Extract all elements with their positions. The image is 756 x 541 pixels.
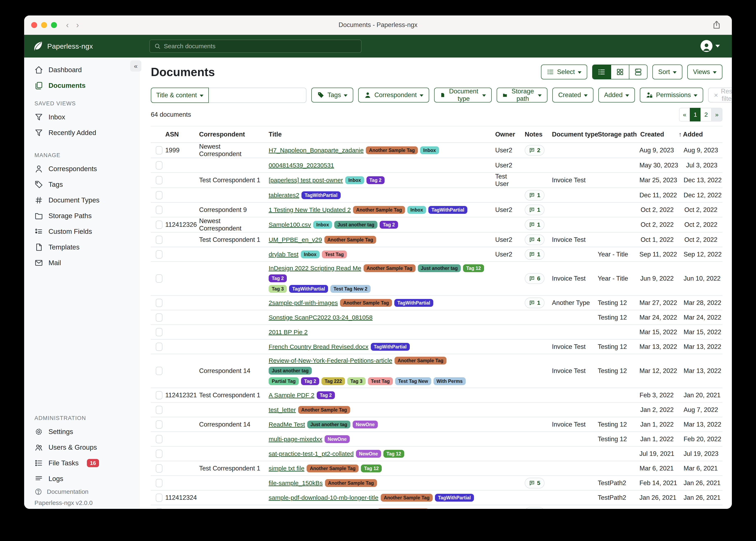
tag-pill[interactable]: Inbox [407, 206, 426, 214]
filter-correspondent-button[interactable]: Correspondent [358, 88, 429, 103]
view-mode-list-button[interactable] [593, 65, 611, 79]
row-checkbox[interactable] [156, 161, 162, 170]
row-checkbox[interactable] [156, 508, 162, 509]
filter-document-type-button[interactable]: Document type [434, 88, 492, 103]
sidebar-item-recently-added[interactable]: Recently Added [24, 125, 140, 141]
document-title-link[interactable]: 0004814539_20230531 [269, 162, 334, 169]
sidebar-item-mail[interactable]: Mail [24, 255, 140, 271]
tag-pill[interactable]: Test Tag [368, 377, 393, 385]
sidebar-item-logs[interactable]: Logs [24, 471, 140, 487]
column-header-document-type[interactable]: Document type [545, 126, 594, 143]
tag-pill[interactable]: Tag 3 [347, 377, 365, 385]
collapse-sidebar-button[interactable]: « [130, 60, 141, 72]
view-mode-cards-button[interactable] [629, 65, 647, 79]
tag-pill[interactable]: Another Sample Tag [381, 494, 433, 502]
notes-badge[interactable]: 6 [525, 273, 545, 284]
tag-pill[interactable]: NewOne [353, 421, 378, 428]
sidebar-item-users-groups[interactable]: Users & Groups [24, 440, 140, 455]
tag-pill[interactable]: Another Sample Tag [353, 206, 405, 214]
tag-pill[interactable]: Tag 12 [361, 464, 382, 472]
tag-pill[interactable]: TagWithPartial [435, 494, 474, 502]
document-title-link[interactable]: Review-of-New-York-Federal-Petitions-art… [269, 357, 392, 364]
tag-pill[interactable]: Test Tag New 2 [330, 285, 370, 293]
tag-pill[interactable]: Just another tag [334, 221, 377, 229]
column-header-storage-path[interactable]: Storage path [594, 126, 634, 143]
row-checkbox[interactable] [156, 435, 162, 443]
reset-filters-button[interactable]: ×Reset filters [708, 88, 732, 103]
filter-text-input[interactable] [209, 88, 306, 103]
tag-pill[interactable]: Another Sample Tag [377, 508, 429, 509]
sidebar-item-custom-fields[interactable]: Custom Fields [24, 224, 140, 240]
row-checkbox[interactable] [156, 250, 162, 259]
row-checkbox[interactable] [156, 146, 162, 155]
column-header-title[interactable]: Title [263, 126, 486, 143]
notes-badge[interactable]: 1 [525, 249, 545, 260]
tag-pill[interactable]: Another Sample Tag [298, 406, 350, 414]
pagination-item-»[interactable]: » [711, 108, 722, 122]
notes-badge[interactable]: 1 [525, 297, 545, 308]
sidebar-item-tags[interactable]: Tags [24, 177, 140, 192]
tag-pill[interactable]: Tag 2 [366, 176, 385, 184]
search-input[interactable] [164, 43, 357, 50]
tag-pill[interactable]: With Perms [434, 377, 466, 385]
row-checkbox[interactable] [156, 406, 162, 414]
tag-pill[interactable]: Tag 3 [269, 285, 287, 293]
row-checkbox[interactable] [156, 191, 162, 199]
filter-tags-button[interactable]: Tags [311, 88, 353, 103]
tag-pill[interactable]: TagWithPartial [371, 343, 410, 351]
share-icon[interactable] [712, 20, 722, 30]
tag-pill[interactable]: Tag 222 [321, 377, 345, 385]
sidebar-item-correspondents[interactable]: Correspondents [24, 161, 140, 177]
notes-badge[interactable]: 5 [525, 478, 545, 488]
sidebar-item-file-tasks[interactable]: File Tasks16 [24, 455, 140, 471]
document-title-link[interactable]: InDesign 2022 Scripting Read Me [269, 265, 361, 272]
document-title-link[interactable]: sample-pdf-download-10-mb-longer-title [269, 494, 378, 501]
tag-pill[interactable]: Another Sample Tag [307, 464, 359, 472]
row-checkbox[interactable] [156, 494, 162, 502]
column-header-added[interactable]: ↑Added [679, 126, 722, 143]
tag-pill[interactable]: Another Sample Tag [366, 146, 418, 154]
user-menu[interactable] [700, 40, 720, 52]
tag-pill[interactable]: Just another tag [307, 421, 350, 428]
views-button[interactable]: Views [687, 65, 722, 79]
notes-badge[interactable]: 1 [525, 507, 545, 509]
tag-pill[interactable]: Just another tag [269, 367, 312, 375]
pagination-item-1[interactable]: 1 [690, 108, 701, 122]
tag-pill[interactable]: Inbox [345, 176, 364, 184]
document-title-link[interactable]: sat-practice-test-1_pt2-collated [269, 450, 354, 457]
select-button[interactable]: Select [541, 65, 587, 79]
filter-added-button[interactable]: Added [598, 88, 635, 103]
document-title-link[interactable]: A Sample PDF 2 [269, 392, 314, 399]
tag-pill[interactable]: TagWithPartial [301, 191, 340, 199]
documentation-link[interactable]: Documentation [34, 488, 89, 496]
sidebar-item-documents[interactable]: Documents [24, 78, 140, 93]
notes-badge[interactable]: 1 [525, 220, 545, 230]
row-checkbox[interactable] [156, 420, 162, 429]
tag-pill[interactable]: TagWithPartial [289, 285, 328, 293]
pagination-item-2[interactable]: 2 [700, 108, 712, 122]
tag-pill[interactable]: Inbox [313, 221, 332, 229]
tag-pill[interactable]: TagWithPartial [428, 206, 467, 214]
notes-badge[interactable]: 2 [525, 145, 545, 156]
document-title-link[interactable]: ReadMe Test [269, 421, 305, 428]
filter-permissions-button[interactable]: Permissions [640, 88, 703, 103]
tag-pill[interactable]: Another Sample Tag [325, 479, 377, 487]
document-title-link[interactable]: file-sample_150kBs [269, 480, 323, 487]
row-checkbox[interactable] [156, 343, 162, 351]
tag-pill[interactable]: Tag 2 [301, 377, 319, 385]
tag-pill[interactable]: Another Sample Tag [324, 236, 376, 244]
tag-pill[interactable]: Tag 12 [383, 450, 404, 458]
row-checkbox[interactable] [156, 221, 162, 229]
document-title-link[interactable]: [paperless] test post-owner [269, 177, 343, 184]
sidebar-item-settings[interactable]: Settings [24, 424, 140, 440]
brand[interactable]: Paperless-ngx [32, 41, 93, 52]
row-checkbox[interactable] [156, 206, 162, 214]
row-checkbox[interactable] [156, 391, 162, 399]
column-header-created[interactable]: Created [634, 126, 679, 143]
document-title-link[interactable]: H7_Napoleon_Bonaparte_zadanie [269, 147, 364, 154]
column-header-asn[interactable]: ASN [164, 126, 195, 143]
notes-badge[interactable]: 1 [525, 205, 545, 215]
document-title-link[interactable]: test_letter [269, 406, 296, 413]
tag-pill[interactable]: Inbox [301, 251, 320, 258]
tag-pill[interactable]: NewOne [356, 450, 381, 458]
